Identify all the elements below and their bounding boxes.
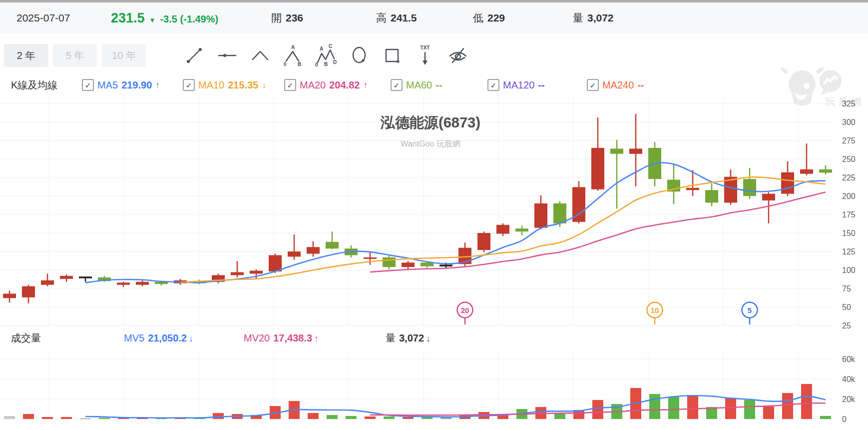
svg-text:5: 5 — [748, 306, 752, 314]
svg-text:125: 125 — [842, 248, 856, 256]
last-price: 231.5 — [111, 10, 145, 26]
high-field: 高241.5 — [376, 11, 417, 25]
open-label: 開 — [271, 12, 282, 24]
svg-text:175: 175 — [842, 210, 856, 219]
ma240-toggle[interactable]: MA240 -- — [587, 79, 644, 91]
ma240-label: MA240 — [602, 80, 634, 91]
svg-text:275: 275 — [842, 136, 856, 145]
svg-text:200: 200 — [842, 192, 856, 200]
abcd-0-glyph: 0 — [315, 62, 318, 67]
rectangle-tool[interactable] — [381, 44, 404, 67]
hide-drawings-tool[interactable] — [446, 44, 469, 67]
stock-chart-page: 2025-07-07 231.5 ▼ -3.5 (-1.49%) 開236 高2… — [0, 0, 868, 430]
ma10-toggle[interactable]: MA10 215.35 ↓ — [183, 79, 266, 91]
svg-text:250: 250 — [842, 155, 856, 164]
volume-legend-row: 成交量 MV521,050.2↓ MV2017,438.3↑ 量3,072↓ — [0, 328, 868, 348]
ma10-checkbox[interactable] — [183, 79, 195, 91]
mv20-value: 17,438.3 — [273, 332, 312, 344]
kline-ma-title: K線及均線 — [11, 78, 57, 92]
ma60-value: -- — [435, 80, 442, 91]
volume-field: 量3,072 — [573, 11, 614, 25]
ma120-label: MA120 — [503, 80, 534, 91]
mv5-legend: MV521,050.2↓ — [124, 332, 193, 344]
ma10-direction-arrow: ↓ — [262, 80, 266, 90]
chart-area: 32530027525022520017515012510075502560k4… — [0, 95, 868, 430]
svg-text:225: 225 — [842, 174, 856, 182]
low-label: 低 — [473, 12, 483, 24]
high-value: 241.5 — [391, 12, 417, 24]
svg-text:10: 10 — [651, 306, 659, 314]
current-volume-direction-arrow: ↓ — [426, 334, 431, 344]
low-field: 低229 — [473, 11, 505, 25]
ma240-value: -- — [637, 80, 644, 91]
high-label: 高 — [376, 12, 387, 24]
ma60-checkbox[interactable] — [391, 79, 403, 91]
svg-text:0: 0 — [842, 415, 847, 424]
ma120-value: -- — [538, 80, 544, 91]
abcd-wave-tool[interactable]: A 0 B C D — [315, 44, 338, 67]
abcd-c-glyph: C — [329, 44, 332, 49]
period-10y-button[interactable]: 10 年 — [102, 44, 146, 67]
svg-text:60k: 60k — [842, 355, 856, 364]
price-change: -3.5 (-1.49%) — [160, 14, 218, 25]
abc-a-glyph: A — [291, 44, 295, 50]
svg-text:75: 75 — [842, 284, 851, 293]
abc-0-glyph: 0 — [284, 62, 287, 67]
ma5-value: 219.90 — [121, 80, 152, 91]
trendline-tool[interactable] — [183, 44, 206, 67]
svg-text:100: 100 — [842, 266, 856, 274]
svg-text:50: 50 — [842, 303, 851, 312]
ma60-toggle[interactable]: MA60 -- — [391, 79, 442, 91]
mv20-legend: MV2017,438.3↑ — [244, 332, 319, 344]
volume-pane-title: 成交量 — [11, 332, 41, 345]
ellipse-tool[interactable] — [348, 44, 371, 67]
ma10-label: MA10 — [198, 80, 224, 91]
mv5-value: 21,050.2 — [148, 332, 187, 344]
price-group: 231.5 ▼ -3.5 (-1.49%) — [111, 10, 218, 26]
chart-toolbar: 2 年 5 年 10 年 A 0 B A 0 B C D — [0, 42, 868, 69]
abc-wave-tool[interactable]: A 0 B — [282, 44, 305, 67]
period-buttons: 2 年 5 年 10 年 — [4, 44, 146, 67]
period-5y-button[interactable]: 5 年 — [53, 44, 97, 67]
angle-tool[interactable] — [249, 44, 272, 67]
abcd-b-glyph: B — [324, 62, 328, 67]
ma240-checkbox[interactable] — [587, 79, 599, 91]
volume-value: 3,072 — [587, 12, 614, 24]
ma-legend-row: K線及均線 MA5 219.90 ↑ MA10 215.35 ↓ MA20 20… — [0, 74, 868, 96]
ma20-value: 204.82 — [329, 80, 360, 91]
quote-bar: 2025-07-07 231.5 ▼ -3.5 (-1.49%) 開236 高2… — [0, 2, 868, 34]
mv5-label: MV5 — [124, 332, 144, 344]
mv20-label: MV20 — [244, 332, 270, 344]
open-value: 236 — [286, 12, 303, 24]
ma5-direction-arrow: ↑ — [155, 80, 160, 90]
mv20-direction-arrow: ↑ — [314, 334, 319, 344]
ma20-label: MA20 — [300, 80, 326, 91]
ma60-label: MA60 — [406, 80, 432, 91]
volume-label: 量 — [573, 12, 583, 24]
horizontal-line-tool[interactable] — [216, 44, 239, 67]
abc-b-glyph: B — [298, 62, 301, 67]
ma5-toggle[interactable]: MA5 219.90 ↑ — [82, 79, 160, 91]
ma20-checkbox[interactable] — [284, 79, 296, 91]
text-tool[interactable]: TXT — [414, 44, 436, 67]
svg-text:20k: 20k — [842, 395, 856, 404]
ma20-toggle[interactable]: MA20 204.82 ↑ — [284, 79, 368, 91]
ma10-value: 215.35 — [228, 80, 258, 91]
open-field: 開236 — [271, 11, 303, 25]
mv5-direction-arrow: ↓ — [189, 334, 193, 344]
svg-text:40k: 40k — [842, 375, 856, 384]
ma120-toggle[interactable]: MA120 -- — [487, 79, 545, 91]
low-value: 229 — [487, 12, 505, 24]
ma120-checkbox[interactable] — [487, 79, 499, 91]
svg-text:325: 325 — [842, 100, 856, 108]
quote-date: 2025-07-07 — [16, 12, 70, 24]
current-volume-legend: 量3,072↓ — [386, 332, 431, 345]
current-volume-label: 量 — [386, 332, 396, 344]
ma5-checkbox[interactable] — [82, 79, 94, 91]
svg-text:20: 20 — [461, 306, 469, 314]
candlestick-chart-canvas[interactable]: 32530027525022520017515012510075502560k4… — [0, 95, 868, 430]
abcd-d-glyph: D — [333, 60, 337, 65]
txt-glyph: TXT — [421, 45, 430, 50]
period-2y-button[interactable]: 2 年 — [4, 44, 48, 67]
current-volume-value: 3,072 — [399, 332, 424, 344]
